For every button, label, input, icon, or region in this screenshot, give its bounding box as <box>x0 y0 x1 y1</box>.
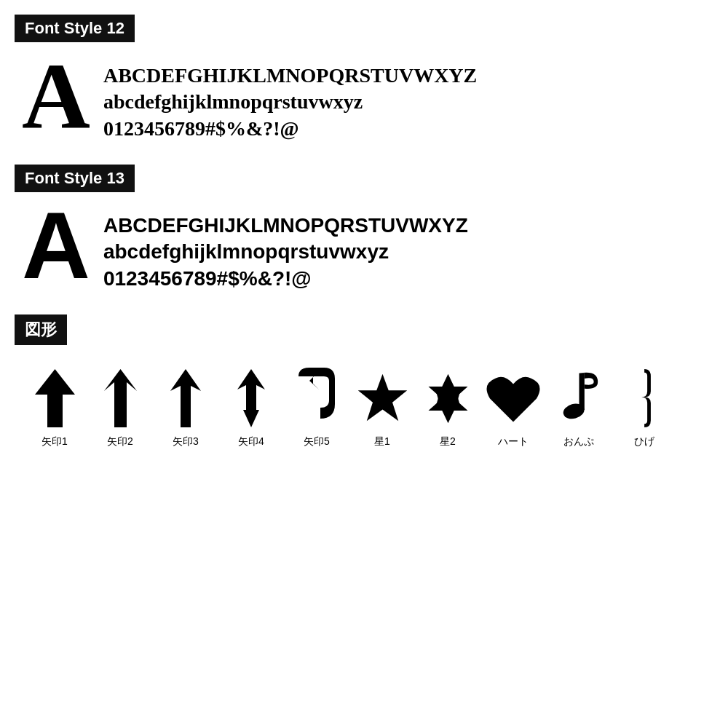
font12-lowercase: abcdefghijklmnopqrstuvwxyz <box>103 89 477 115</box>
shape-star2: 星2 <box>415 365 480 448</box>
font13-big-letter: A <box>22 198 90 293</box>
heart-icon <box>484 365 542 431</box>
arrow2-label: 矢印2 <box>107 435 133 448</box>
star1-icon <box>355 365 410 431</box>
svg-marker-1 <box>104 369 137 427</box>
shape-arrow4: 矢印4 <box>218 365 284 448</box>
mustache-icon <box>632 365 657 431</box>
shapes-row: 矢印1 矢印2 矢印3 <box>15 365 713 448</box>
mustache-label: ひげ <box>634 435 654 448</box>
arrow5-icon <box>298 365 335 431</box>
font12-uppercase: ABCDEFGHIJKLMNOPQRSTUVWXYZ <box>103 63 477 89</box>
font12-big-letter: A <box>22 48 90 143</box>
font13-uppercase: ABCDEFGHIJKLMNOPQRSTUVWXYZ <box>103 213 468 239</box>
music-note-icon <box>559 365 599 431</box>
font13-header: Font Style 13 <box>15 165 135 192</box>
arrow1-icon <box>35 365 75 431</box>
shape-heart: ハート <box>480 365 546 448</box>
shape-arrow3: 矢印3 <box>153 365 218 448</box>
font12-demo: A ABCDEFGHIJKLMNOPQRSTUVWXYZ abcdefghijk… <box>15 55 713 143</box>
arrow4-icon <box>237 365 265 431</box>
svg-marker-3 <box>237 369 265 427</box>
font12-numbers: 0123456789#$%&?!@ <box>103 116 477 142</box>
shape-mustache: ひげ <box>612 365 677 448</box>
shape-star1: 星1 <box>349 365 415 448</box>
font13-alphabet: ABCDEFGHIJKLMNOPQRSTUVWXYZ abcdefghijklm… <box>103 205 468 292</box>
shape-arrow1: 矢印1 <box>22 365 87 448</box>
arrow4-label: 矢印4 <box>238 435 264 448</box>
svg-marker-0 <box>35 369 75 427</box>
star2-label: 星2 <box>440 435 456 448</box>
shape-arrow2: 矢印2 <box>87 365 153 448</box>
arrow2-icon <box>104 365 137 431</box>
shape-music-note: おんぷ <box>546 365 612 448</box>
font13-demo: A ABCDEFGHIJKLMNOPQRSTUVWXYZ abcdefghijk… <box>15 205 713 293</box>
font12-alphabet: ABCDEFGHIJKLMNOPQRSTUVWXYZ abcdefghijklm… <box>103 55 477 142</box>
heart-label: ハート <box>498 435 529 448</box>
arrow5-label: 矢印5 <box>304 435 330 448</box>
font-style-13-section: Font Style 13 A ABCDEFGHIJKLMNOPQRSTUVWX… <box>15 165 713 293</box>
music-note-label: おんぷ <box>563 435 594 448</box>
font13-numbers: 0123456789#$%&?!@ <box>103 266 468 292</box>
arrow3-label: 矢印3 <box>173 435 199 448</box>
font12-header: Font Style 12 <box>15 15 135 42</box>
arrow1-label: 矢印1 <box>41 435 68 448</box>
shape-arrow5: 矢印5 <box>284 365 349 448</box>
arrow3-icon <box>170 365 201 431</box>
shapes-section: 図形 矢印1 矢印2 <box>15 314 713 448</box>
svg-marker-4 <box>357 373 407 421</box>
star2-icon <box>421 365 475 431</box>
svg-marker-2 <box>170 369 201 427</box>
shapes-header: 図形 <box>15 314 67 345</box>
star1-label: 星1 <box>374 435 390 448</box>
font-style-12-section: Font Style 12 A ABCDEFGHIJKLMNOPQRSTUVWX… <box>15 15 713 143</box>
font13-lowercase: abcdefghijklmnopqrstuvwxyz <box>103 239 468 265</box>
